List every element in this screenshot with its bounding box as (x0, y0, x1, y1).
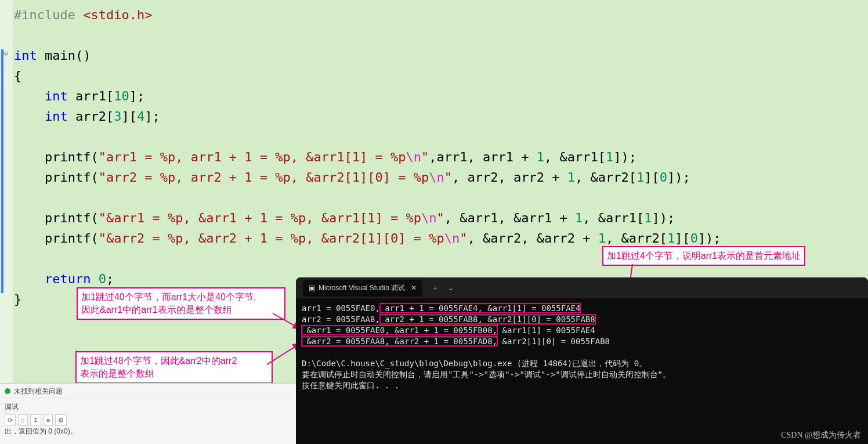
preproc: #include (14, 8, 83, 22)
annotation-arr1-ref: 加1跳过40个字节，而arr1大小是40个字节, 因此&arr1中的arr1表示… (77, 287, 285, 320)
s: " (437, 211, 444, 225)
e: \n (406, 150, 422, 164)
kw: int (14, 109, 68, 124)
term-highlight: arr1 + 1 = 0055FAE4, &arr1[1] = 0055FAE4 (380, 304, 581, 313)
t: ]); (652, 211, 675, 225)
t: ]; (129, 89, 145, 103)
toolbar-icons[interactable]: ⟳⌂↧≡⚙ (5, 414, 291, 426)
brace: } (14, 292, 21, 306)
t: ]); (613, 150, 636, 164)
term-highlight: arr2 + 1 = 0055FAB8, &arr2[1][0] = 0055F… (380, 315, 595, 324)
status-text: 未找到相关问题 (14, 386, 63, 396)
terminal-tab[interactable]: ▣ Microsoft Visual Studio 调试 ✕ (303, 280, 422, 297)
term-highlight: &arr1 = 0055FAE0, &arr1 + 1 = 0055FB08, (302, 326, 497, 335)
n: 1 (537, 150, 544, 164)
t: ][ (675, 231, 690, 246)
collapse-toggle[interactable]: ⊟ (3, 49, 8, 58)
t: ; (106, 272, 114, 286)
anno-text: 加1跳过4个字节，说明arr1表示的是首元素地址 (607, 251, 801, 261)
change-bar (1, 49, 3, 293)
s: " (444, 170, 452, 185)
tab-close-icon[interactable]: ✕ (411, 284, 417, 292)
terminal-icon: ▣ (309, 284, 315, 292)
ide-status-panel: 未找到相关问题 调试 ⟳⌂↧≡⚙ 出，返回值为 0 (0x0)。 (0, 383, 296, 444)
tab-dropdown-icon[interactable]: ⌄ (448, 284, 454, 292)
t: ]); (698, 231, 721, 246)
t: , &arr2[ (575, 170, 636, 185)
annotation-arr1-elem: 加1跳过4个字节，说明arr1表示的是首元素地址 (602, 246, 805, 266)
t: , &arr1[ (583, 211, 644, 225)
t: ,arr1, arr1 + (429, 150, 536, 164)
term-line: &arr2[1][0] = 0055FAB8 (497, 337, 610, 346)
kw: int (14, 89, 68, 103)
tool-icon[interactable]: ≡ (44, 414, 53, 426)
term-line: arr1 = 0055FAE0, (302, 304, 380, 313)
term-line: D:\Code\C.house\C_study\blog\Debug\blog.… (302, 359, 647, 368)
n: 3 (114, 109, 121, 124)
t: printf( (14, 170, 99, 185)
e: \n (421, 211, 437, 225)
n: 1 (598, 231, 606, 246)
tool-icon[interactable]: ⌂ (18, 414, 28, 426)
terminal-titlebar[interactable]: ▣ Microsoft Visual Studio 调试 ✕ ＋ ⌄ (296, 277, 868, 298)
n: 1 (575, 211, 583, 225)
term-highlight: &arr2 = 0055FAA8, &arr2 + 1 = 0055FAD8, (302, 337, 497, 346)
anno-text: 因此&arr1中的arr1表示的是整个数组 (81, 304, 281, 316)
n: 1 (606, 150, 613, 164)
e: \n (444, 231, 460, 246)
n: 10 (114, 89, 129, 103)
t: ][ (644, 170, 660, 185)
issues-status[interactable]: 未找到相关问题 (5, 386, 291, 398)
terminal-body[interactable]: arr1 = 0055FAE0, arr1 + 1 = 0055FAE4, &a… (296, 298, 868, 396)
n: 0 (99, 272, 106, 286)
t: printf( (14, 150, 99, 164)
n: 1 (636, 170, 644, 185)
kw: return (14, 272, 99, 286)
t: ][ (121, 109, 137, 124)
term-line: 按任意键关闭此窗口. . . (302, 381, 399, 390)
debug-label: 调试 (5, 402, 291, 412)
anno-text: 表示的是整个数组 (80, 367, 268, 380)
t: ]); (667, 170, 690, 185)
watermark: CSDN @想成为传火者 (781, 430, 861, 441)
brace: { (14, 68, 21, 83)
n: 1 (567, 170, 575, 185)
s: "&arr1 = %p, &arr1 + 1 = %p, &arr1[1] = … (99, 211, 421, 225)
new-tab-button[interactable]: ＋ (432, 283, 439, 293)
tool-icon[interactable]: ⟳ (5, 414, 16, 426)
n: 0 (690, 231, 698, 246)
main-sig: main() (37, 48, 91, 63)
t: , &arr2, &arr2 + (467, 231, 598, 246)
term-line: 要在调试停止时自动关闭控制台，请启用"工具"->"选项"->"调试"->"调试停… (302, 370, 671, 379)
terminal-title-text: Microsoft Visual Studio 调试 (319, 283, 405, 293)
t: , arr2, arr2 + (452, 170, 567, 185)
tool-icon[interactable]: ⚙ (55, 414, 67, 426)
term-line: &arr1[1] = 0055FAE4 (497, 326, 595, 335)
t: arr1[ (68, 89, 114, 103)
t: printf( (14, 211, 99, 225)
exit-text: 出，返回值为 0 (0x0)。 (5, 426, 291, 436)
include-file: <stdio.h> (83, 8, 152, 22)
t: , &arr2[ (606, 231, 667, 246)
t: arr2[ (68, 109, 114, 124)
terminal-window[interactable]: ▣ Microsoft Visual Studio 调试 ✕ ＋ ⌄ arr1 … (296, 277, 868, 444)
s: "arr2 = %p, arr2 + 1 = %p, &arr2[1][0] =… (99, 170, 429, 185)
n: 1 (644, 211, 652, 225)
kw-int: int (14, 48, 37, 63)
s: "arr1 = %p, arr1 + 1 = %p, &arr1[1] = %p (99, 150, 406, 164)
s: " (460, 231, 467, 246)
anno-text: 加1跳过48个字节，因此&arr2中的arr2 (80, 355, 268, 367)
annotation-arr2-ref: 加1跳过48个字节，因此&arr2中的arr2 表示的是整个数组 (75, 351, 273, 384)
n: 4 (137, 109, 144, 124)
term-line: arr2 = 0055FAA8, (302, 315, 380, 324)
n: 0 (660, 170, 667, 185)
tool-icon[interactable]: ↧ (30, 414, 41, 426)
n: 1 (667, 231, 675, 246)
t: , &arr1[ (544, 150, 606, 164)
t: ]; (144, 109, 160, 124)
t: , &arr1, &arr1 + (444, 211, 575, 225)
s: " (421, 150, 429, 164)
s: "&arr2 = %p, &arr2 + 1 = %p, &arr2[1][0]… (99, 231, 444, 246)
anno-text: 加1跳过40个字节，而arr1大小是40个字节, (81, 291, 281, 304)
e: \n (429, 170, 444, 185)
